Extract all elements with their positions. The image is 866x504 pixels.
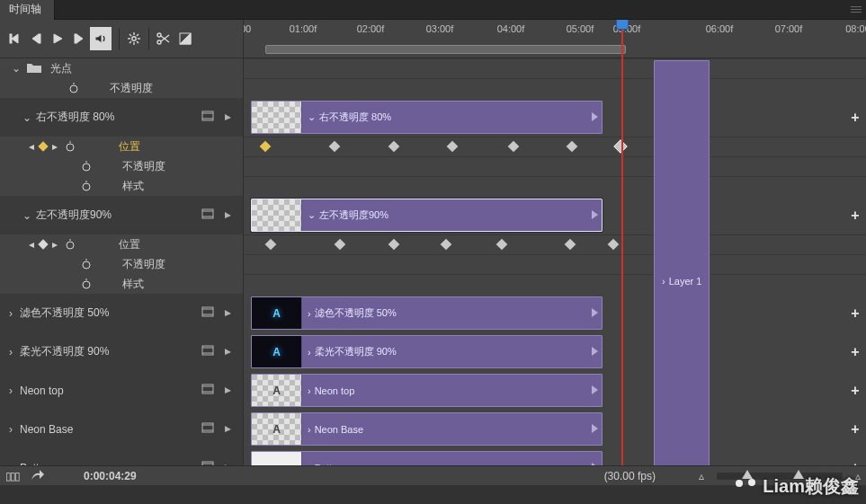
keyframe[interactable] [508,141,520,153]
keyframe[interactable] [441,239,452,251]
filmstrip-icon[interactable] [201,345,214,358]
keyframe[interactable] [335,239,346,251]
add-keyframe-button[interactable]: + [844,196,866,234]
prop-row-style[interactable]: 样式 [0,176,243,196]
keyframe-icon[interactable] [38,239,48,249]
filmstrip-icon[interactable] [201,461,214,465]
clip-r80[interactable]: ⌄右不透明度 80% [251,101,603,134]
prop-row-position[interactable]: ◂ ▸ 位置 [0,234,243,254]
filmstrip-icon[interactable] [201,422,214,436]
clip-expand-icon[interactable]: ⌄ [308,111,316,123]
next-key-icon[interactable]: ▸ [52,238,58,251]
clip-thumbnail: A [252,375,302,406]
layer-row-screen[interactable]: › 滤色不透明度 50% [0,294,243,332]
settings-icon[interactable] [123,27,145,50]
clip-expand-icon[interactable]: ⌄ [308,209,316,221]
zoom-out-icon[interactable]: ▵ [699,470,704,482]
keyframe[interactable] [447,141,459,153]
stopwatch-icon[interactable] [65,239,76,250]
keyframe[interactable] [388,141,400,153]
add-keyframe-button[interactable]: + [844,410,866,448]
collapse-icon[interactable]: ⌄ [22,111,32,124]
prop-row-style[interactable]: 样式 [0,274,243,294]
layer-row-r80[interactable]: ⌄ 右不透明度 80% [0,98,243,137]
fx-icon[interactable] [223,423,232,436]
step-forward-icon[interactable] [68,27,90,50]
clip-label: 右不透明度 80% [319,111,391,124]
tab-timeline[interactable]: 时间轴 [0,0,55,20]
layer-row-neontop[interactable]: › Neon top [0,371,243,410]
clip-neontop[interactable]: A ›Neon top [251,374,603,407]
clip-softlight[interactable]: A ›柔光不透明度 90% [251,335,603,368]
clip-pattern[interactable]: ›Pattern [251,451,603,465]
filmstrip-icon[interactable] [201,208,214,222]
layer-row-softlight[interactable]: › 柔光不透明度 90% [0,332,243,371]
keyframe[interactable] [388,239,400,251]
prop-row-position[interactable]: ◂ ▸ 位置 [0,137,243,156]
prop-row-opacity[interactable]: 不透明度 [0,254,243,274]
collapse-icon[interactable]: ⌄ [11,62,22,75]
add-keyframe-button[interactable]: + [844,98,866,137]
keyframe[interactable] [615,141,627,153]
clip-l90[interactable]: ⌄左不透明度90% [251,199,603,232]
clip-handle-icon[interactable] [592,209,599,222]
share-icon[interactable] [31,469,44,482]
layer-row-neonbase[interactable]: › Neon Base [0,410,243,448]
clip-handle-icon[interactable] [592,111,599,124]
keyframe[interactable] [565,239,576,251]
keyframe[interactable] [265,239,277,251]
goto-start-icon[interactable] [4,27,25,50]
stopwatch-icon[interactable] [81,181,92,191]
prop-row-opacity[interactable]: 不透明度 [0,156,243,176]
fx-icon[interactable] [223,209,232,222]
svg-marker-60 [225,426,231,432]
fx-icon[interactable] [223,111,232,124]
stopwatch-icon[interactable] [81,279,92,289]
svg-point-33 [83,183,90,190]
stopwatch-icon[interactable] [81,259,92,270]
clip-layer1[interactable]: ›Layer 1 [654,60,710,465]
add-keyframe-button[interactable]: + [844,448,866,465]
keyframe-icon[interactable] [38,141,48,151]
clip-neonbase[interactable]: A ›Neon Base [251,412,603,446]
playhead[interactable] [621,20,623,465]
stopwatch-icon[interactable] [68,83,79,93]
layer-row-pattern[interactable]: › Pattern [0,448,243,465]
step-back-icon[interactable] [25,27,47,50]
fx-icon[interactable] [223,346,232,358]
keyframe[interactable] [496,239,508,251]
split-icon[interactable] [153,27,174,50]
next-key-icon[interactable]: ▸ [52,140,58,153]
prev-key-icon[interactable]: ◂ [29,238,34,251]
keyframe[interactable] [608,239,620,251]
fx-icon[interactable] [223,385,232,397]
time-ruler[interactable]: 0001:00f02:00f03:00f04:00f05:00f05:00f06… [244,20,866,58]
add-keyframe-button[interactable]: + [844,371,866,410]
keyframe[interactable] [329,141,341,153]
add-keyframe-button[interactable]: + [844,294,866,332]
play-icon[interactable] [47,27,68,50]
work-area-bar[interactable] [265,45,626,54]
group-row[interactable]: ⌄ 光点 [0,58,243,78]
prev-key-icon[interactable]: ◂ [29,140,34,153]
stopwatch-icon[interactable] [65,141,76,152]
add-keyframe-button[interactable]: + [844,332,866,371]
transition-icon[interactable] [174,27,196,50]
render-queue-icon[interactable]: ▯▯▯ [5,470,19,482]
layer-row-l90[interactable]: ⌄ 左不透明度90% [0,196,243,234]
filmstrip-icon[interactable] [201,384,214,397]
keyframe[interactable] [260,141,272,153]
fx-icon[interactable] [223,307,232,320]
stopwatch-icon[interactable] [81,161,92,172]
audio-icon[interactable] [90,27,112,50]
filmstrip-icon[interactable] [201,111,214,124]
playhead-handle-icon[interactable] [616,20,629,30]
filmstrip-icon[interactable] [201,306,214,320]
clip-screen[interactable]: A ›滤色不透明度 50% [251,296,603,330]
collapse-icon[interactable]: ⌄ [22,209,32,222]
keyframe[interactable] [567,141,578,153]
panel-menu-icon[interactable] [846,0,866,20]
group-opacity-row[interactable]: 不透明度 [0,78,243,98]
timecode[interactable]: 0:00:04:29 [84,470,137,482]
fx-icon[interactable] [223,462,232,466]
